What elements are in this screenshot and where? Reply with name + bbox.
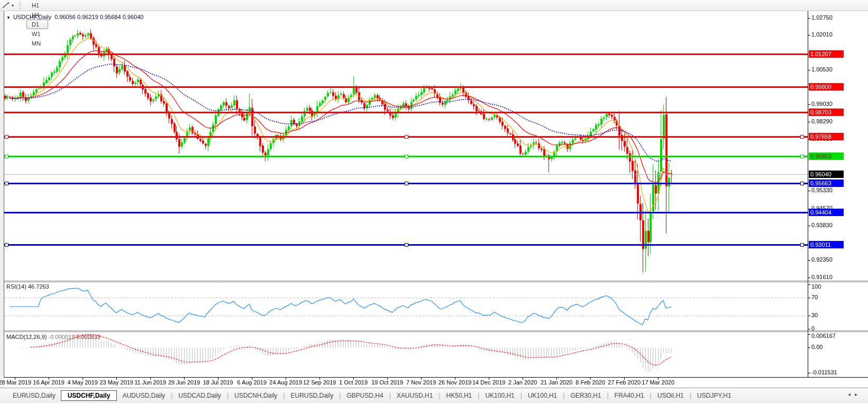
macd-tick-label: 0.00 — [811, 344, 823, 350]
chart-ohlc-values: 0.96056 0.96219 0.95684 0.96040 — [54, 14, 143, 20]
rsi-tick-label: 30 — [811, 312, 818, 318]
rsi-value: 46.7263 — [28, 283, 49, 290]
price-tick-label: 0.95330 — [811, 187, 833, 193]
tab-separator: | — [283, 392, 285, 399]
macd-tick-label: -0.011531 — [811, 369, 837, 375]
macd-signal-value: 0.002833 — [76, 334, 100, 340]
timeframe-button-d1[interactable]: D1 — [26, 20, 48, 29]
date-tick-label: 17 Mar 2020 — [642, 379, 674, 386]
tab-uk100-h1[interactable]: UK100,H1 — [523, 390, 562, 401]
date-tick-label: 1 Oct 2019 — [339, 379, 368, 386]
toolbar-grip-handle[interactable] — [20, 2, 23, 9]
timeframe-button-h4[interactable]: H4 — [26, 10, 48, 20]
tab-separator: | — [389, 392, 391, 399]
timeframe-buttons: M1M5M15M30H1H4D1W1MN — [26, 0, 49, 48]
price-tick-label: 1.02010 — [811, 31, 833, 38]
timeframe-button-mn[interactable]: MN — [26, 39, 48, 48]
tab-fra40-h1[interactable]: FRA40,H1 — [609, 390, 650, 401]
tab-separator: | — [690, 392, 691, 399]
rsi-tick-label: 70 — [811, 294, 818, 300]
price-tick-label: 1.00530 — [811, 66, 833, 73]
price-tick-label: 1.02750 — [811, 14, 833, 21]
date-tick-label: 19 Oct 2019 — [371, 379, 403, 386]
hline-price-label: 0.93011 — [809, 241, 844, 248]
price-tick-label: 0.92350 — [811, 256, 833, 263]
macd-tick-label: 0.006167 — [811, 333, 836, 339]
macd-name: MACD(12,26,9) — [6, 334, 47, 340]
tab-xauusd-h1[interactable]: XAUUSD,H1 — [391, 390, 438, 401]
dropdown-caret-icon[interactable]: ▾ — [12, 3, 14, 8]
date-tick-label: 27 Feb 2020 — [608, 379, 641, 386]
date-tick-label: 28 Mar 2019 — [0, 379, 31, 386]
tab-scroll-right-icon[interactable]: ▸ — [855, 391, 862, 397]
tab-separator: | — [227, 392, 229, 399]
line-draw-tool-button[interactable]: ▾ — [0, 2, 15, 9]
tab-usdchf-daily[interactable]: USDCHF,Daily — [61, 390, 117, 401]
hline-price-label: 0.99800 — [809, 83, 844, 91]
hline-price-label: 0.97658 — [809, 133, 844, 140]
tab-separator: | — [607, 392, 608, 399]
tab-uk100-h1[interactable]: UK100,H1 — [480, 390, 519, 401]
rsi-name: RSI(14) — [6, 283, 26, 290]
hline-price-label: 1.01207 — [809, 50, 844, 58]
tab-separator: | — [563, 392, 564, 399]
date-tick-label: 12 Sep 2019 — [303, 379, 336, 386]
date-tick-label: 29 Jun 2019 — [168, 379, 200, 386]
date-tick-label: 8 Feb 2020 — [575, 379, 605, 386]
tab-gbpusd-h4[interactable]: GBPUSD,H4 — [341, 390, 388, 401]
chart-canvas[interactable] — [0, 0, 868, 403]
tab-usdjpy-h1[interactable]: USDJPY,H1 — [692, 390, 736, 401]
price-tick-label: 0.91610 — [811, 274, 833, 280]
date-tick-label: 16 Apr 2019 — [33, 379, 65, 386]
tab-separator: | — [171, 392, 172, 399]
date-tick-label: 14 Dec 2019 — [472, 379, 505, 386]
tab-scroll-arrows: ◂▸ — [848, 391, 862, 397]
macd-panel-label: MACD(12,26,9) -0.000013 0.002833 — [6, 334, 100, 340]
date-tick-label: 11 Jun 2019 — [134, 379, 166, 386]
tab-separator: | — [650, 392, 652, 399]
date-tick-label: 18 Jul 2019 — [203, 379, 233, 386]
tab-eurusd-daily[interactable]: EURUSD,Daily — [285, 390, 339, 401]
tab-usdcad-daily[interactable]: USDCAD,Daily — [173, 390, 226, 401]
date-tick-label: 4 May 2019 — [67, 379, 97, 386]
tab-eurusd-daily[interactable]: EURUSD,Daily — [7, 390, 61, 401]
date-tick-label: 26 Nov 2019 — [438, 379, 471, 386]
tab-ger30-h1[interactable]: GER30,H1 — [565, 390, 606, 401]
hline-price-label: 0.96803 — [809, 153, 844, 160]
tab-audusd-daily[interactable]: AUDUSD,Daily — [117, 390, 170, 401]
hline-price-label: 0.94404 — [809, 209, 844, 216]
tab-separator: | — [520, 392, 522, 399]
date-tick-label: 7 Nov 2019 — [406, 379, 436, 386]
hline-price-label: 0.95663 — [809, 180, 844, 187]
chart-tab-bar: EURUSD,DailyUSDCHF,DailyAUDUSD,Daily|USD… — [0, 388, 868, 403]
tab-usdcnh-daily[interactable]: USDCNH,Daily — [229, 390, 282, 401]
rsi-tick-label: 100 — [811, 283, 821, 290]
rsi-tick-label: 0 — [811, 325, 815, 332]
date-tick-label: 6 Aug 2019 — [237, 379, 267, 386]
timeframe-button-w1[interactable]: W1 — [26, 29, 48, 39]
price-tick-label: 0.99030 — [811, 101, 833, 107]
tab-usoil-h1[interactable]: USOil,H1 — [652, 390, 689, 401]
date-tick-label: 24 Aug 2019 — [269, 379, 302, 386]
tab-hk50-h1[interactable]: HK50,H1 — [441, 390, 478, 401]
timeframe-button-h1[interactable]: H1 — [26, 1, 48, 10]
date-tick-label: 2 Jan 2020 — [508, 379, 537, 386]
tab-scroll-left-icon[interactable]: ◂ — [848, 391, 855, 397]
chart-menu-icon[interactable]: ▼ — [6, 15, 11, 20]
hline-price-label: 0.98703 — [809, 109, 844, 116]
date-tick-label: 21 Jan 2020 — [541, 379, 573, 386]
macd-main-value: -0.000013 — [48, 334, 75, 340]
tab-separator: | — [438, 392, 440, 399]
date-tick-label: 23 May 2019 — [99, 379, 133, 386]
line-draw-tool-icon — [2, 2, 10, 9]
current-price-label: 0.96040 — [809, 171, 844, 178]
tab-separator: | — [478, 392, 479, 399]
tab-separator: | — [339, 392, 341, 399]
price-tick-label: 0.93830 — [811, 222, 833, 228]
top-toolbar: ▾ M1M5M15M30H1H4D1W1MN — [0, 0, 868, 11]
price-tick-label: 0.98290 — [811, 118, 833, 124]
rsi-panel-label: RSI(14) 46.7263 — [6, 283, 49, 290]
